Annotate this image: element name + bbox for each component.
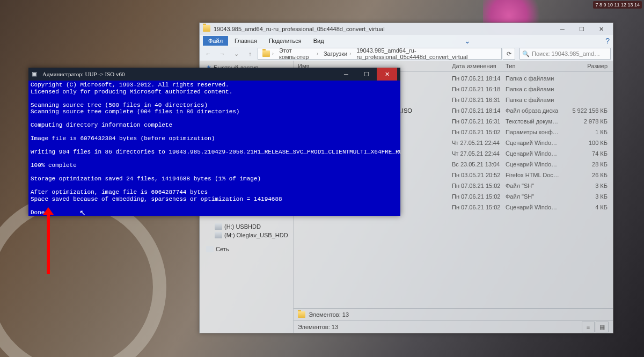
refresh-button[interactable]: ⟳ (503, 48, 515, 60)
search-input[interactable]: 🔍 Поиск: 19043.985_amd… (519, 48, 611, 60)
file-type: Сценарий Windo… (506, 140, 565, 146)
file-date: Чт 27.05.21 22:44 (452, 140, 506, 146)
file-date: Пн 07.06.21 18:14 (452, 75, 506, 82)
file-type: Файл "SH" (506, 193, 565, 200)
sidebar-item-label: (H:) USBHDD (224, 223, 261, 230)
file-type: Сценарий Windo… (506, 150, 565, 157)
nav-up-icon[interactable]: ↑ (244, 48, 257, 60)
minimize-button[interactable]: ─ (336, 68, 356, 81)
network-icon (206, 246, 214, 252)
breadcrumb[interactable]: › Этот компьютер› Загрузки› 19043.985_am… (258, 48, 502, 60)
file-size: 28 КБ (565, 161, 613, 167)
maximize-button[interactable]: ☐ (572, 23, 591, 35)
tab-share[interactable]: Поделиться (264, 36, 307, 46)
file-type: Параметры конф… (506, 129, 565, 135)
file-date: Пн 07.06.21 15:02 (452, 193, 506, 200)
drive-icon (215, 232, 222, 238)
ribbon-tabs: Файл Главная Поделиться Вид ⌄ ? (200, 35, 613, 47)
file-date: Пн 07.06.21 16:18 (452, 86, 506, 92)
close-button[interactable]: ✕ (377, 68, 397, 81)
file-size: 26 КБ (565, 172, 613, 178)
status-bar-secondary: Элементов: 13 ≡ ▦ (294, 320, 613, 333)
file-date: Пн 07.06.21 15:02 (452, 204, 506, 210)
nav-recent-icon[interactable]: ⌄ (230, 48, 243, 60)
drive-icon (215, 223, 222, 230)
breadcrumb-root-icon[interactable]: › (260, 50, 277, 57)
file-date: Пн 07.06.21 16:31 (452, 97, 506, 103)
console-title-text: Администратор: UUP -> ISO v60 (42, 71, 336, 77)
file-type: Сценарий Windo… (506, 161, 565, 167)
system-tray: 7 8 9 10 11 12 13 14 (593, 1, 642, 9)
sidebar-item-network[interactable]: Сеть (201, 245, 292, 253)
file-date: Вс 23.05.21 13:04 (452, 161, 506, 167)
column-type[interactable]: Тип (506, 63, 565, 69)
file-date: Пн 07.06.21 15:02 (452, 129, 506, 135)
tab-view[interactable]: Вид (308, 36, 330, 46)
search-icon: 🔍 (522, 50, 530, 57)
file-type: Папка с файлами (506, 75, 565, 82)
breadcrumb-item[interactable]: 19043.985_amd64_ru-ru_professional_05c44… (354, 47, 499, 60)
file-type: Текстовый докум… (506, 118, 565, 125)
sidebar-item-label: (M:) Oleglav_USB_HDD (224, 232, 288, 238)
file-size: 3 КБ (565, 183, 613, 189)
file-size: 5 922 156 КБ (565, 107, 613, 114)
file-date: Чт 27.05.21 22:44 (452, 150, 506, 157)
close-button[interactable]: ✕ (591, 23, 611, 35)
console-titlebar[interactable]: ▣ Администратор: UUP -> ISO v60 ─ ☐ ✕ (28, 68, 400, 81)
address-bar: ← → ⌄ ↑ › Этот компьютер› Загрузки› 1904… (200, 47, 613, 61)
console-output[interactable]: Copyright (C) Microsoft, 1993-2012. All … (28, 81, 400, 216)
nav-forward-icon[interactable]: → (216, 48, 229, 60)
ribbon-help-icon[interactable]: ? (605, 37, 610, 45)
sidebar-item-drive[interactable]: (H:) USBHDD (201, 222, 292, 231)
minimize-button[interactable]: ─ (553, 23, 572, 35)
file-size: 4 КБ (565, 204, 613, 210)
sidebar-item-label: Сеть (216, 246, 229, 252)
file-size: 74 КБ (565, 150, 613, 157)
ribbon-expand-icon[interactable]: ⌄ (464, 37, 471, 45)
tab-home[interactable]: Главная (229, 36, 262, 46)
file-date: Пн 07.06.21 16:31 (452, 118, 506, 125)
file-type: Сценарий Windo… (506, 204, 565, 210)
console-window: ▣ Администратор: UUP -> ISO v60 ─ ☐ ✕ Co… (28, 68, 400, 216)
annotation-arrow (47, 209, 50, 274)
sidebar-item-drive[interactable]: (M:) Oleglav_USB_HDD (201, 231, 292, 239)
file-size: 1 КБ (565, 129, 613, 135)
file-size: 100 КБ (565, 140, 613, 146)
explorer-title-text: 19043.985_amd64_ru-ru_professional_05c44… (211, 26, 553, 32)
file-type: Папка с файлами (506, 86, 565, 92)
folder-icon (298, 311, 305, 318)
file-type: Папка с файлами (506, 97, 565, 103)
maximize-button[interactable]: ☐ (356, 68, 377, 81)
file-type: Файл "SH" (506, 183, 565, 189)
view-details-icon[interactable]: ≡ (582, 322, 595, 332)
wallpaper-wheel (0, 193, 166, 357)
file-date: Пн 07.06.21 15:02 (452, 183, 506, 189)
status-text: Элементов: 13 (298, 324, 338, 330)
status-text: Элементов: 13 (309, 311, 349, 318)
explorer-titlebar[interactable]: 19043.985_amd64_ru-ru_professional_05c44… (200, 23, 613, 35)
nav-back-icon[interactable]: ← (202, 48, 215, 60)
view-tiles-icon[interactable]: ▦ (596, 322, 609, 332)
status-bar: Элементов: 13 (294, 308, 613, 320)
search-placeholder: Поиск: 19043.985_amd… (532, 50, 600, 57)
file-size: 2 978 КБ (565, 118, 613, 125)
folder-icon (203, 25, 210, 33)
column-date[interactable]: Дата изменения (452, 63, 506, 69)
tab-file[interactable]: Файл (203, 36, 228, 46)
breadcrumb-item[interactable]: Этот компьютер› (277, 47, 321, 60)
file-type: Firefox HTML Doc… (506, 172, 565, 178)
file-size: 3 КБ (565, 193, 613, 200)
breadcrumb-item[interactable]: Загрузки› (321, 50, 354, 57)
file-date: Пн 03.05.21 20:52 (452, 172, 506, 178)
cmd-icon: ▣ (32, 70, 39, 78)
file-type: Файл образа диска (506, 107, 565, 114)
column-size[interactable]: Размер (565, 63, 613, 69)
file-date: Пн 07.06.21 18:14 (452, 107, 506, 114)
